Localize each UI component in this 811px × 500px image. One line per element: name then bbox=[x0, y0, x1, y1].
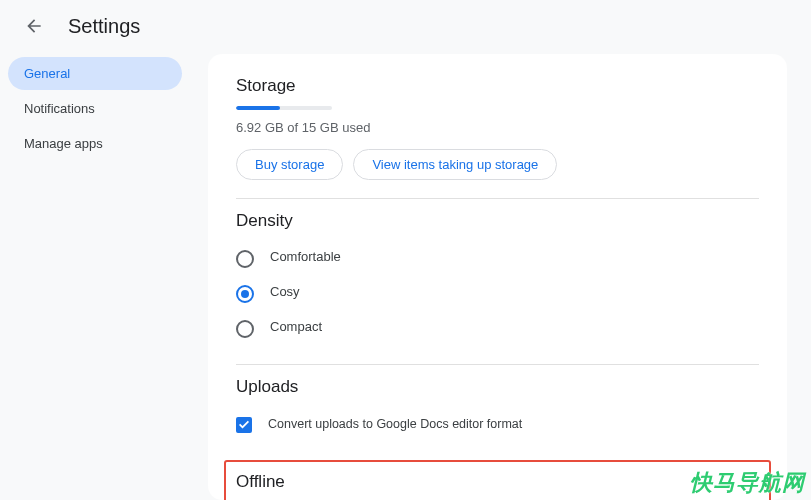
density-option-compact[interactable]: Compact bbox=[236, 311, 759, 346]
storage-used-text: 6.92 GB of 15 GB used bbox=[236, 120, 759, 135]
density-section: Density Comfortable Cosy Compact bbox=[236, 198, 759, 364]
sidebar-item-notifications[interactable]: Notifications bbox=[8, 92, 182, 125]
page-title: Settings bbox=[68, 15, 140, 38]
sidebar: General Notifications Manage apps bbox=[0, 52, 190, 500]
storage-section: Storage 6.92 GB of 15 GB used Buy storag… bbox=[236, 64, 759, 198]
sidebar-item-label: Notifications bbox=[24, 101, 95, 116]
sidebar-item-label: General bbox=[24, 66, 70, 81]
storage-progress bbox=[236, 106, 332, 110]
checkbox-icon bbox=[236, 417, 252, 433]
radio-icon bbox=[236, 320, 254, 338]
radio-icon bbox=[236, 250, 254, 268]
uploads-convert-option[interactable]: Convert uploads to Google Docs editor fo… bbox=[236, 407, 759, 442]
density-title: Density bbox=[236, 211, 759, 231]
offline-section: Offline Create, open and edit your recen… bbox=[236, 466, 759, 500]
density-option-comfortable[interactable]: Comfortable bbox=[236, 241, 759, 276]
uploads-section: Uploads Convert uploads to Google Docs e… bbox=[236, 364, 759, 460]
uploads-title: Uploads bbox=[236, 377, 759, 397]
sidebar-item-general[interactable]: General bbox=[8, 57, 182, 90]
offline-highlight: Offline Create, open and edit your recen… bbox=[224, 460, 771, 500]
storage-title: Storage bbox=[236, 76, 759, 96]
radio-label: Cosy bbox=[270, 284, 300, 299]
density-option-cosy[interactable]: Cosy bbox=[236, 276, 759, 311]
radio-icon bbox=[236, 285, 254, 303]
sidebar-item-manage-apps[interactable]: Manage apps bbox=[8, 127, 182, 160]
back-button[interactable] bbox=[18, 10, 50, 42]
sidebar-item-label: Manage apps bbox=[24, 136, 103, 151]
radio-label: Comfortable bbox=[270, 249, 341, 264]
buy-storage-button[interactable]: Buy storage bbox=[236, 149, 343, 180]
view-storage-items-button[interactable]: View items taking up storage bbox=[353, 149, 557, 180]
storage-progress-fill bbox=[236, 106, 280, 110]
radio-label: Compact bbox=[270, 319, 322, 334]
settings-panel: Storage 6.92 GB of 15 GB used Buy storag… bbox=[208, 54, 787, 500]
offline-title: Offline bbox=[236, 472, 759, 492]
checkbox-label: Convert uploads to Google Docs editor fo… bbox=[268, 415, 522, 434]
arrow-left-icon bbox=[24, 16, 44, 36]
